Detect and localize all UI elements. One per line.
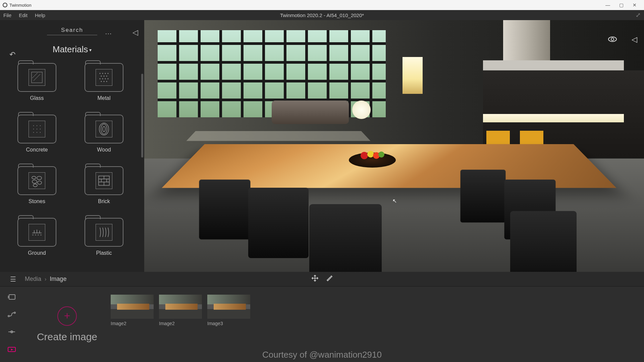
folder-brick[interactable]: Brick <box>80 166 127 204</box>
svg-marker-59 <box>11 349 13 351</box>
svg-point-8 <box>104 76 105 77</box>
svg-point-9 <box>106 76 107 77</box>
settings-slider-icon[interactable] <box>7 328 16 336</box>
scene-render: ↖ <box>144 20 644 272</box>
svg-point-32 <box>38 181 42 184</box>
svg-point-26 <box>103 126 105 132</box>
svg-point-30 <box>37 176 42 180</box>
window-minimize-button[interactable]: — <box>601 2 614 8</box>
folder-label: Wood <box>97 147 111 153</box>
wood-swatch-icon <box>96 121 112 137</box>
svg-point-15 <box>104 81 105 82</box>
thumbnail-image2[interactable]: Image2 <box>111 295 154 362</box>
image-thumbnails: Image2 Image2 Image3 <box>111 287 250 362</box>
video-media-icon[interactable] <box>7 346 16 353</box>
svg-point-24 <box>37 132 37 133</box>
sidebar-scrollbar[interactable] <box>141 74 143 158</box>
breadcrumb-root[interactable]: Media <box>25 276 41 283</box>
svg-point-27 <box>101 124 107 134</box>
svg-point-28 <box>99 123 109 135</box>
folder-ground[interactable]: Ground <box>13 218 60 256</box>
folder-glass[interactable]: Glass <box>13 63 60 101</box>
stones-swatch-icon <box>29 172 45 189</box>
breadcrumb-current[interactable]: Image <box>50 276 66 283</box>
menu-edit[interactable]: Edit <box>19 12 28 18</box>
svg-point-31 <box>32 180 37 183</box>
svg-point-16 <box>106 81 107 82</box>
path-media-icon[interactable] <box>7 311 16 318</box>
import-media-icon[interactable] <box>7 293 16 301</box>
bottom-panel: ☰ Media › Image + Create image Image2 <box>0 272 644 362</box>
create-image-area: + Create image <box>23 287 111 362</box>
svg-point-54 <box>8 315 9 317</box>
breadcrumb-bar: ☰ Media › Image <box>0 272 644 287</box>
folder-label: Metal <box>97 95 110 101</box>
svg-point-5 <box>105 73 106 74</box>
thumbnail-label: Image3 <box>207 321 250 326</box>
svg-point-6 <box>108 73 109 74</box>
panel-menu-icon[interactable]: ☰ <box>10 275 16 283</box>
svg-point-25 <box>40 132 41 133</box>
window-close-button[interactable]: ✕ <box>628 2 641 8</box>
document-title: Twinmotion 2020.2 - AI54_010_2020* <box>280 12 364 18</box>
folder-metal[interactable]: Metal <box>80 63 127 101</box>
svg-point-29 <box>32 176 36 179</box>
metal-swatch-icon <box>96 69 112 86</box>
svg-point-7 <box>101 76 102 77</box>
menu-file[interactable]: File <box>3 12 11 18</box>
folder-label: Plastic <box>96 250 112 256</box>
svg-point-19 <box>40 125 41 126</box>
breadcrumb-separator-icon: › <box>45 276 46 282</box>
category-dropdown[interactable]: Materials▾ <box>0 44 144 55</box>
svg-rect-53 <box>9 295 15 299</box>
folder-plastic[interactable]: Plastic <box>80 218 127 256</box>
thumbnail-image2b[interactable]: Image2 <box>159 295 202 362</box>
menu-help[interactable]: Help <box>35 12 45 18</box>
svg-point-13 <box>108 78 109 79</box>
ground-swatch-icon <box>29 224 45 241</box>
thumbnail-image3[interactable]: Image3 <box>207 295 250 362</box>
collapse-right-panel-icon[interactable]: ◁ <box>632 35 637 44</box>
svg-point-18 <box>37 125 37 126</box>
material-folder-grid: Glass Metal Concrete Wood Stones Brick <box>0 63 144 256</box>
svg-point-33 <box>33 184 37 187</box>
folder-label: Stones <box>29 198 45 204</box>
folder-wood[interactable]: Wood <box>80 115 127 153</box>
concrete-swatch-icon <box>29 121 45 137</box>
create-image-label: Create image <box>37 331 97 343</box>
svg-point-21 <box>37 129 37 129</box>
svg-point-22 <box>40 129 41 129</box>
app-name: Twinmotion <box>9 3 32 8</box>
svg-point-14 <box>101 81 102 82</box>
folder-label: Brick <box>98 198 110 204</box>
folder-stones[interactable]: Stones <box>13 166 60 204</box>
courtesy-text: Courtesy of @wanimation2910 <box>262 350 382 360</box>
svg-line-2 <box>32 73 38 78</box>
3d-viewport[interactable]: ↖ ◁ <box>144 20 644 272</box>
glass-swatch-icon <box>29 69 45 86</box>
media-dock <box>0 287 23 362</box>
nav-up-icon[interactable]: ↶ <box>9 50 15 59</box>
window-maximize-button[interactable]: ▢ <box>614 2 628 8</box>
os-titlebar: Twinmotion — ▢ ✕ <box>0 0 644 10</box>
menu-bar: File Edit Help Twinmotion 2020.2 - AI54_… <box>0 10 644 20</box>
folder-label: Concrete <box>26 147 48 153</box>
library-options-icon[interactable]: ⋯ <box>105 29 112 38</box>
search-input[interactable] <box>47 25 97 35</box>
move-tool-icon[interactable] <box>311 275 319 284</box>
eyedropper-tool-icon[interactable] <box>326 275 333 284</box>
visibility-eye-icon[interactable] <box>608 35 617 45</box>
plastic-swatch-icon <box>96 224 112 241</box>
create-image-button[interactable]: + <box>57 306 77 326</box>
folder-concrete[interactable]: Concrete <box>13 115 60 153</box>
svg-point-10 <box>100 78 101 79</box>
thumbnail-preview <box>111 295 154 319</box>
thumbnail-preview <box>159 295 202 319</box>
svg-point-55 <box>14 312 15 313</box>
svg-point-12 <box>105 78 106 79</box>
svg-point-17 <box>33 125 34 126</box>
collapse-left-panel-icon[interactable]: ◁ <box>132 28 138 37</box>
expand-icon[interactable]: ⤢ <box>636 11 641 19</box>
main-area: ⋯ ◁ ↶ Materials▾ Glass Metal Concrete Wo… <box>0 20 644 272</box>
thumbnail-label: Image2 <box>111 321 154 326</box>
